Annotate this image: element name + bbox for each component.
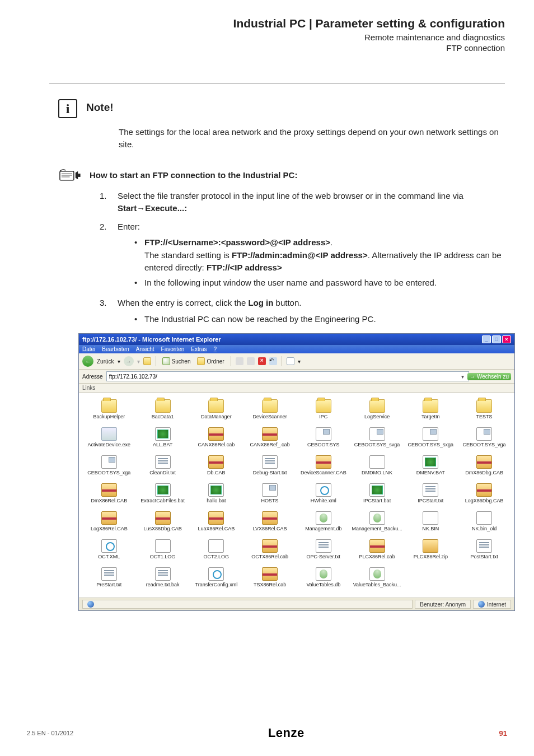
file-item[interactable]: ExtractCabFiles.bat <box>137 483 189 503</box>
file-item[interactable]: hallo.bat <box>191 483 242 503</box>
file-item[interactable]: BacData1 <box>137 399 189 419</box>
file-item[interactable]: ActivateDevice.exe <box>83 427 135 447</box>
file-item[interactable]: CEBOOT.SYS <box>298 427 349 447</box>
txt-icon <box>155 567 171 581</box>
folders-button[interactable]: Ordner <box>195 357 226 365</box>
file-item[interactable]: LogX86Dbg.CAB <box>458 483 510 503</box>
file-label: PreStart.txt <box>96 582 121 587</box>
folder-icon <box>476 399 492 413</box>
cab-icon <box>208 455 224 469</box>
menu-extras[interactable]: Extras <box>191 346 207 352</box>
menu-favorites[interactable]: Favoriten <box>161 346 185 352</box>
file-item[interactable]: readme.txt.bak <box>137 567 189 587</box>
maximize-button[interactable]: □ <box>492 335 501 343</box>
file-item[interactable]: DMDMO.LNK <box>352 455 403 475</box>
file-item[interactable]: CEBOOT.SYS_xga <box>83 455 135 475</box>
file-item[interactable]: TransferConfig.xml <box>191 567 242 587</box>
file-label: BacData1 <box>152 414 174 419</box>
cab-icon <box>316 455 331 469</box>
file-item[interactable]: Management_Backu... <box>352 511 403 531</box>
file-item[interactable]: TSX86Rel.cab <box>244 567 296 587</box>
file-item[interactable]: Debug-Start.txt <box>244 455 296 475</box>
file-item[interactable]: OCT.XML <box>83 539 135 559</box>
menu-edit[interactable]: Bearbeiten <box>102 346 129 352</box>
file-item[interactable]: PostStart.txt <box>458 539 510 559</box>
file-item[interactable]: ValueTables.db <box>298 567 349 587</box>
close-button[interactable]: × <box>502 335 511 343</box>
menu-file[interactable]: Datei <box>82 346 95 352</box>
file-item[interactable]: TESTS <box>458 399 510 419</box>
file-item[interactable]: PreStart.txt <box>83 567 135 587</box>
file-item[interactable]: DMENV.BAT <box>405 455 457 475</box>
file-item[interactable]: IPCStart.bat <box>352 483 403 503</box>
address-input[interactable] <box>106 371 469 381</box>
file-item[interactable]: LuaX86Rel.CAB <box>191 511 242 531</box>
file-item[interactable]: IPC <box>298 399 349 419</box>
file-label: Management.db <box>305 526 341 531</box>
zip-icon <box>423 539 438 553</box>
file-item[interactable]: Management.db <box>298 511 349 531</box>
file-item[interactable]: DmX86Rel.CAB <box>83 483 135 503</box>
file-item[interactable]: LogX86Rel.CAB <box>83 511 135 531</box>
file-item[interactable]: CEBOOT.SYS_vga <box>458 427 510 447</box>
file-label: ValueTables_Backu... <box>353 582 401 587</box>
view-dropdown-icon[interactable]: ▾ <box>298 358 301 365</box>
bullet-icon: • <box>134 236 139 274</box>
file-label: LogX86Dbg.CAB <box>465 498 504 503</box>
file-label: LusX86Dbg.CAB <box>144 526 182 531</box>
search-button[interactable]: Suchen <box>161 357 193 365</box>
file-item[interactable]: CEBOOT.SYS_svga <box>352 427 403 447</box>
file-item[interactable]: CleanDir.txt <box>137 455 189 475</box>
file-item[interactable]: NK.bin_old <box>458 511 510 531</box>
file-item[interactable]: DataManager <box>191 399 242 419</box>
up-folder-icon[interactable] <box>143 357 151 365</box>
file-item[interactable]: OPC-Server.txt <box>298 539 349 559</box>
forward-dropdown-icon[interactable]: ▾ <box>137 358 140 365</box>
xml-icon <box>101 539 117 553</box>
go-button[interactable]: → Wechseln zu <box>467 373 511 380</box>
file-item[interactable]: LogService <box>352 399 403 419</box>
address-dropdown-icon[interactable]: ▾ <box>461 374 464 380</box>
file-item[interactable]: HOSTS <box>244 483 296 503</box>
file-item[interactable]: DmX86Dbg.CAB <box>458 455 510 475</box>
file-item[interactable]: TargetIn <box>405 399 457 419</box>
back-button[interactable]: ← <box>82 356 93 367</box>
file-item[interactable]: OCTX86Rel.cab <box>244 539 296 559</box>
file-item[interactable]: PLCX86Rel.zip <box>405 539 457 559</box>
delete-icon[interactable]: × <box>258 357 266 365</box>
file-item[interactable]: DeviceScanner <box>244 399 296 419</box>
file-item[interactable]: OCT1.LOG <box>137 539 189 559</box>
cab-icon <box>262 539 278 553</box>
file-item[interactable]: CANX86Ref_.cab <box>244 427 296 447</box>
file-item[interactable]: LVX86Rel.CAB <box>244 511 296 531</box>
copy-icon[interactable] <box>247 357 255 365</box>
file-item[interactable]: ALL.BAT <box>137 427 189 447</box>
file-item[interactable]: ValueTables_Backu... <box>352 567 403 587</box>
file-item[interactable]: LusX86Dbg.CAB <box>137 511 189 531</box>
file-item[interactable]: IPCStart.txt <box>405 483 457 503</box>
forward-button[interactable]: → <box>124 356 134 366</box>
undo-icon[interactable]: ↶ <box>269 357 277 365</box>
file-label: Debug-Start.txt <box>253 470 287 475</box>
file-item[interactable]: PLCX86Rel.cab <box>352 539 403 559</box>
back-dropdown-icon[interactable]: ▾ <box>118 358 120 365</box>
globe-icon <box>478 601 485 608</box>
file-item[interactable]: DeviceScanner.CAB <box>298 455 349 475</box>
file-item[interactable]: CANX86Rel.cab <box>191 427 242 447</box>
view-mode-icon[interactable] <box>287 357 294 365</box>
file-item[interactable]: NK.BIN <box>405 511 457 531</box>
back-label[interactable]: Zurück <box>97 358 114 365</box>
links-bar[interactable]: Links <box>79 384 514 393</box>
file-label: Management_Backu... <box>352 526 402 531</box>
minimize-button[interactable]: _ <box>482 335 491 343</box>
menu-view[interactable]: Ansicht <box>136 346 154 352</box>
menu-help[interactable]: ? <box>214 346 217 352</box>
menu-bar[interactable]: Datei Bearbeiten Ansicht Favoriten Extra… <box>79 345 514 353</box>
file-item[interactable]: Db.CAB <box>191 455 242 475</box>
file-item[interactable]: OCT2.LOG <box>191 539 242 559</box>
move-icon[interactable] <box>236 357 243 365</box>
file-item[interactable]: HWhite.xml <box>298 483 349 503</box>
window-titlebar[interactable]: ftp://172.16.102.73/ - Microsoft Interne… <box>79 334 514 345</box>
file-item[interactable]: BackupHelper <box>83 399 135 419</box>
file-item[interactable]: CEBOOT.SYS_sxga <box>405 427 457 447</box>
